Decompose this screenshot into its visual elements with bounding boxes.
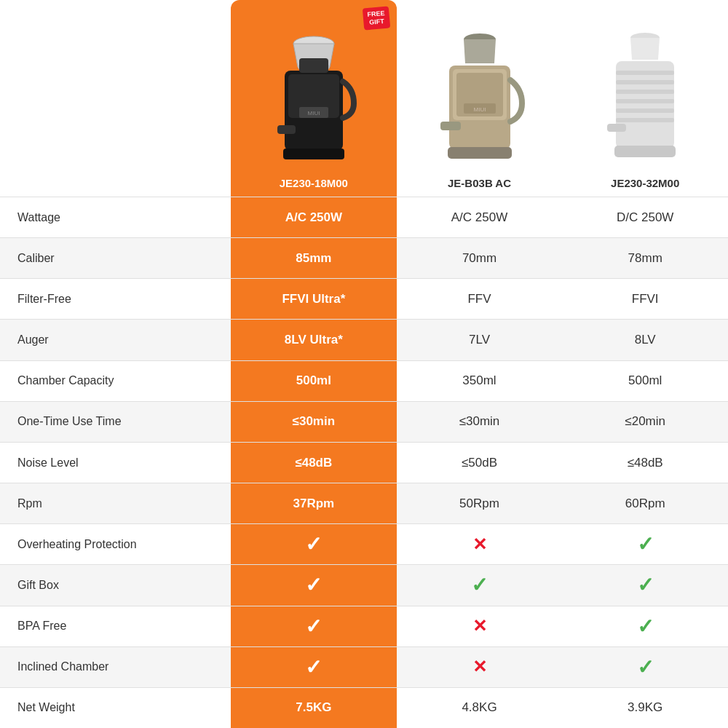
check-icon: ✓ <box>471 573 488 597</box>
product-image-1: MIUI <box>256 27 372 173</box>
row-label-usetime: One-Time Use Time <box>0 402 231 442</box>
row-value-3-wattage: D/C 250W <box>562 197 728 237</box>
svg-rect-15 <box>440 122 461 130</box>
row-value-2-rpm: 50Rpm <box>397 483 563 523</box>
comparison-table: Wattage A/C 250W A/C 250W D/C 250W Calib… <box>0 197 728 728</box>
row-value-1-rpm: 37Rpm <box>231 483 397 523</box>
svg-rect-19 <box>616 71 674 75</box>
svg-rect-7 <box>277 125 296 134</box>
product-image-3 <box>587 27 703 173</box>
row-value-3-giftbox: ✓ <box>562 565 728 605</box>
row-label-auger: Auger <box>0 320 231 360</box>
table-row: Chamber Capacity 500ml 350ml 500ml <box>0 360 728 401</box>
check-icon: ✓ <box>305 655 322 679</box>
svg-rect-16 <box>448 147 512 159</box>
svg-rect-22 <box>616 99 674 103</box>
row-value-2-filterfree: FFV <box>397 279 563 319</box>
svg-text:MIUI: MIUI <box>473 106 486 113</box>
table-row: BPA Free ✓ ✕ ✓ <box>0 606 728 646</box>
row-label-caliber: Caliber <box>0 238 231 278</box>
table-row: Overheating Protection ✓ ✕ ✓ <box>0 523 728 564</box>
row-value-2-giftbox: ✓ <box>397 565 563 605</box>
juicer-svg-2: MIUI <box>429 31 531 169</box>
table-row: Inclined Chamber ✓ ✕ ✓ <box>0 646 728 687</box>
row-value-2-inclined: ✕ <box>397 647 563 687</box>
row-value-2-auger: 7LV <box>397 320 563 360</box>
juicer-svg-1: MIUI <box>263 31 365 169</box>
svg-rect-20 <box>616 80 674 84</box>
row-value-3-rpm: 60Rpm <box>562 483 728 523</box>
check-icon: ✓ <box>637 655 654 679</box>
row-value-2-usetime: ≤30min <box>397 402 563 442</box>
svg-text:MIUI: MIUI <box>307 110 320 116</box>
row-value-1-chamber: 500ml <box>231 361 397 401</box>
header-row: FREEGIFT MIUI <box>0 0 728 197</box>
row-value-1-caliber: 85mm <box>231 238 397 278</box>
row-value-1-overheat: ✓ <box>231 524 397 564</box>
row-value-3-bpa: ✓ <box>562 606 728 646</box>
row-value-1-bpa: ✓ <box>231 606 397 646</box>
product-col-3: JE230-32M00 <box>562 0 728 197</box>
row-value-2-wattage: A/C 250W <box>397 197 563 237</box>
table-row: Gift Box ✓ ✓ ✓ <box>0 564 728 605</box>
row-value-1-auger: 8LV Ultra* <box>231 320 397 360</box>
row-label-overheat: Overheating Protection <box>0 524 231 564</box>
row-value-3-noise: ≤48dB <box>562 443 728 483</box>
check-icon: ✓ <box>305 573 322 597</box>
row-value-2-bpa: ✕ <box>397 606 563 646</box>
check-icon: ✓ <box>637 532 654 556</box>
row-label-rpm: Rpm <box>0 483 231 523</box>
row-value-3-filterfree: FFVI <box>562 279 728 319</box>
row-value-1-noise: ≤48dB <box>231 443 397 483</box>
row-label-wattage: Wattage <box>0 197 231 237</box>
check-icon: ✓ <box>637 614 654 638</box>
row-value-1-giftbox: ✓ <box>231 565 397 605</box>
row-label-inclined: Inclined Chamber <box>0 647 231 687</box>
row-label-chamber: Chamber Capacity <box>0 361 231 401</box>
row-label-bpa: BPA Free <box>0 606 231 646</box>
row-value-3-auger: 8LV <box>562 320 728 360</box>
table-row: Rpm 37Rpm 50Rpm 60Rpm <box>0 483 728 523</box>
row-value-1-wattage: A/C 250W <box>231 197 397 237</box>
row-label-giftbox: Gift Box <box>0 565 231 605</box>
svg-rect-25 <box>607 124 626 132</box>
check-icon: ✓ <box>305 614 322 638</box>
row-value-3-chamber: 500ml <box>562 361 728 401</box>
product-name-2: JE-B03B AC <box>448 177 511 189</box>
product-name-1: JE230-18M00 <box>280 177 348 189</box>
svg-rect-4 <box>299 58 328 73</box>
row-value-2-noise: ≤50dB <box>397 443 563 483</box>
row-value-2-chamber: 350ml <box>397 361 563 401</box>
free-gift-badge: FREEGIFT <box>362 6 389 30</box>
header-label-spacer <box>0 0 231 197</box>
x-icon: ✕ <box>472 657 487 677</box>
row-value-1-weight: 7.5KG <box>231 688 397 728</box>
table-row: Filter-Free FFVI Ultra* FFV FFVI <box>0 278 728 319</box>
row-value-2-weight: 4.8KG <box>397 688 563 728</box>
comparison-container: FREEGIFT MIUI <box>0 0 728 728</box>
row-value-2-caliber: 70mm <box>397 238 563 278</box>
row-value-3-caliber: 78mm <box>562 238 728 278</box>
table-row: Net Weight 7.5KG 4.8KG 3.9KG <box>0 687 728 728</box>
row-value-3-inclined: ✓ <box>562 647 728 687</box>
check-icon: ✓ <box>637 573 654 597</box>
row-value-3-usetime: ≤20min <box>562 402 728 442</box>
table-row: Noise Level ≤48dB ≤50dB ≤48dB <box>0 442 728 483</box>
table-row: One-Time Use Time ≤30min ≤30min ≤20min <box>0 401 728 442</box>
product-name-3: JE230-32M00 <box>611 177 679 189</box>
row-label-noise: Noise Level <box>0 443 231 483</box>
row-label-weight: Net Weight <box>0 688 231 728</box>
row-value-1-inclined: ✓ <box>231 647 397 687</box>
x-icon: ✕ <box>472 616 487 636</box>
svg-rect-23 <box>616 108 674 113</box>
check-icon: ✓ <box>305 532 322 556</box>
product-image-2: MIUI <box>422 27 538 173</box>
row-value-3-weight: 3.9KG <box>562 688 728 728</box>
row-value-1-usetime: ≤30min <box>231 402 397 442</box>
table-row: Caliber 85mm 70mm 78mm <box>0 237 728 278</box>
svg-rect-26 <box>614 146 676 157</box>
row-value-1-filterfree: FFVI Ultra* <box>231 279 397 319</box>
row-value-2-overheat: ✕ <box>397 524 563 564</box>
row-value-3-overheat: ✓ <box>562 524 728 564</box>
table-row: Auger 8LV Ultra* 7LV 8LV <box>0 319 728 360</box>
